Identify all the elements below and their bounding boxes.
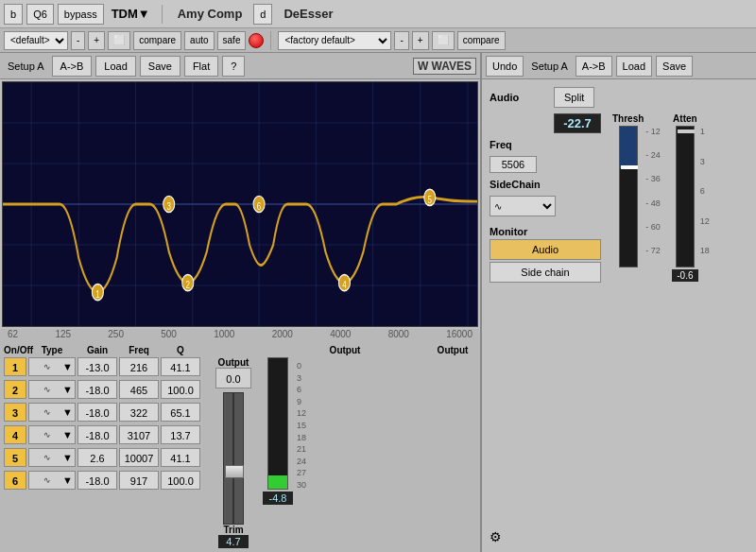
- band-6-q[interactable]: 100.0: [161, 471, 200, 490]
- band-4-freq[interactable]: 3107: [119, 425, 159, 444]
- thresh-line: [621, 165, 638, 169]
- band-5-gain[interactable]: 2.6: [77, 448, 117, 467]
- plus-btn-left[interactable]: +: [88, 31, 105, 50]
- sidechain-control-row: ∿: [490, 196, 601, 216]
- band-1-type[interactable]: ∿ ▼: [28, 357, 76, 376]
- sidechain-monitor-btn[interactable]: Side chain: [490, 262, 601, 283]
- output-meter-fill: [268, 475, 287, 489]
- band-1-toggle[interactable]: 1: [4, 357, 26, 376]
- de-save-btn[interactable]: Save: [656, 56, 693, 77]
- output-meter-value: -4.8: [263, 492, 293, 505]
- band-6-freq[interactable]: 917: [119, 471, 159, 490]
- band-6-toggle[interactable]: 6: [4, 471, 26, 490]
- auto-btn[interactable]: auto: [184, 31, 214, 50]
- bypass-btn[interactable]: bypass: [58, 4, 104, 25]
- preset-select-right[interactable]: <factory default>: [278, 31, 391, 50]
- gear-icon[interactable]: ⚙: [490, 529, 502, 544]
- scale-24: 24: [297, 457, 306, 466]
- band-1-gain[interactable]: -13.0: [77, 357, 117, 376]
- svg-text:3: 3: [166, 199, 171, 212]
- band-header: On/Off Type Gain Freq Q Output Output: [4, 345, 476, 355]
- audio-monitor-btn[interactable]: Audio: [490, 239, 601, 260]
- band-3-freq[interactable]: 322: [119, 403, 159, 422]
- scale-neg72: - 72: [645, 246, 661, 255]
- band-3-toggle[interactable]: 3: [4, 403, 26, 422]
- band-3-type[interactable]: ∿ ▼: [28, 403, 76, 422]
- thresh-slider-label: Thresh: [612, 113, 644, 124]
- band-3-q[interactable]: 65.1: [161, 403, 200, 422]
- atten-slider[interactable]: [676, 126, 695, 267]
- scale-9: 9: [297, 397, 306, 406]
- scale-18: 18: [297, 433, 306, 442]
- minus-btn-right[interactable]: -: [394, 31, 408, 50]
- band-2-q[interactable]: 100.0: [161, 380, 200, 399]
- trim-thumb[interactable]: [225, 465, 244, 478]
- thresh-atten-section: -22.7 Freq 5506 SideChain ∿: [490, 113, 748, 283]
- band-2-toggle[interactable]: 2: [4, 380, 26, 399]
- band-4-q[interactable]: 13.7: [161, 425, 200, 444]
- atten-line: [678, 129, 695, 133]
- band-4-gain[interactable]: -18.0: [77, 425, 117, 444]
- band-6-type[interactable]: ∿ ▼: [28, 471, 76, 490]
- trim-section: Output 0.0 Trim 4.7: [215, 357, 251, 548]
- band-2-gain[interactable]: -18.0: [77, 380, 117, 399]
- plugin-id-btn[interactable]: Q6: [26, 4, 54, 25]
- freq-value[interactable]: 5506: [490, 156, 537, 173]
- eq-save-btn[interactable]: Save: [140, 56, 180, 77]
- tdm-label: TDM▼: [108, 7, 154, 21]
- copy-btn-right[interactable]: ⬜: [432, 31, 455, 50]
- freq-label: Freq: [490, 139, 546, 150]
- band-5-toggle[interactable]: 5: [4, 448, 26, 467]
- safe-btn[interactable]: safe: [217, 31, 247, 50]
- band-4-toggle[interactable]: 4: [4, 425, 26, 444]
- trim-slider-track[interactable]: [223, 392, 244, 525]
- header-on-off: On/Off: [4, 345, 26, 355]
- scale-neg60: - 60: [645, 222, 661, 232]
- thresh-value[interactable]: -22.7: [554, 113, 601, 133]
- compare-btn-right[interactable]: compare: [457, 31, 506, 50]
- eq-curve-svg: 1 2 3 6 4 5: [3, 82, 477, 326]
- band-1-freq[interactable]: 216: [119, 357, 159, 376]
- compare-btn-left[interactable]: compare: [133, 31, 181, 50]
- eq-help-btn[interactable]: ?: [222, 56, 245, 77]
- band-5-type[interactable]: ∿ ▼: [28, 448, 76, 467]
- band-4-type[interactable]: ∿ ▼: [28, 425, 76, 444]
- eq-load-btn[interactable]: Load: [95, 56, 135, 77]
- monitor-section: Monitor Audio Side chain: [490, 226, 601, 283]
- undo-btn[interactable]: Undo: [486, 56, 524, 77]
- band-controls: On/Off Type Gain Freq Q Output Output 1: [0, 341, 480, 552]
- left-btn[interactable]: b: [4, 4, 23, 25]
- output-value-box[interactable]: 0.0: [215, 368, 251, 388]
- eq-flat-btn[interactable]: Flat: [184, 56, 218, 77]
- minus-btn-left[interactable]: -: [71, 31, 85, 50]
- eq-toolbar: Setup A A->B Load Save Flat ? W WAVES: [0, 53, 480, 79]
- monitor-label: Monitor: [490, 226, 601, 237]
- copy-btn-left[interactable]: ⬜: [108, 31, 130, 50]
- thresh-slider[interactable]: [619, 126, 638, 267]
- de-ab-btn[interactable]: A->B: [576, 56, 612, 77]
- band-3-gain[interactable]: -18.0: [77, 403, 117, 422]
- band-2-dropdown-icon: ▼: [62, 384, 73, 395]
- band-2-freq[interactable]: 465: [119, 380, 159, 399]
- band-row-2: 2 ∿ ▼ -18.0 465 100.0: [4, 380, 200, 399]
- band-6-gain[interactable]: -18.0: [77, 471, 117, 490]
- freq-1000: 1000: [214, 329, 234, 339]
- plus-btn-right[interactable]: +: [412, 31, 429, 50]
- band-2-type[interactable]: ∿ ▼: [28, 380, 76, 399]
- band-1-q[interactable]: 41.1: [161, 357, 200, 376]
- preset-select-left[interactable]: <default>: [4, 31, 68, 50]
- eq-ab-btn[interactable]: A->B: [52, 56, 93, 77]
- de-load-btn[interactable]: Load: [616, 56, 652, 77]
- band-5-freq[interactable]: 10007: [119, 448, 159, 467]
- d-btn[interactable]: d: [253, 4, 272, 25]
- de-esser-label: DeEsser: [276, 7, 340, 21]
- scale-neg36: - 36: [645, 174, 661, 183]
- split-btn[interactable]: Split: [554, 87, 594, 108]
- band-5-q[interactable]: 41.1: [161, 448, 200, 467]
- sidechain-select[interactable]: ∿: [490, 196, 556, 216]
- freq-row: Freq: [490, 139, 601, 150]
- de-setup-label: Setup A: [527, 60, 572, 72]
- separator: [162, 5, 163, 24]
- scale-neg24: - 24: [645, 150, 661, 160]
- eq-display[interactable]: 1 2 3 6 4 5: [2, 81, 478, 327]
